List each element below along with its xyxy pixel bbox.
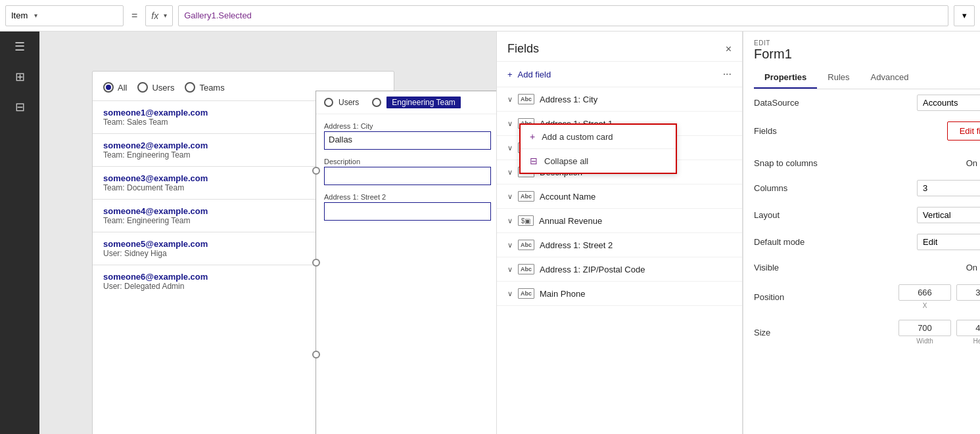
field-street2-value[interactable] <box>324 202 491 221</box>
properties-section: Snap to columns On Columns 3 ▾ Layout <box>743 148 980 363</box>
snap-control: On <box>966 156 980 169</box>
columns-value: 3 <box>923 183 927 193</box>
size-h-wrap: Height <box>956 320 980 345</box>
add-field-icon: + <box>507 70 513 79</box>
field-item[interactable]: ∨ Abc Address 1: City <box>497 87 742 112</box>
collapse-all-item[interactable]: ⊟ Collapse all <box>521 149 676 173</box>
canvas-area: All Users Teams someone1@example.com Tea… <box>39 32 496 434</box>
radio-users-outer <box>137 82 148 93</box>
layout-value: Vertical <box>923 210 951 220</box>
layout-select[interactable]: Vertical ▾ <box>917 207 980 223</box>
size-row: Size Width Height <box>754 320 980 345</box>
list-item-email-4: someone4@example.com <box>103 206 208 216</box>
form-card-header: Users Engineering Team <box>316 91 499 114</box>
resize-handle-left[interactable] <box>312 167 320 175</box>
field-chevron-icon: ∨ <box>507 217 513 225</box>
default-mode-value: Edit <box>923 237 937 247</box>
field-city-label: Address 1: City <box>324 122 491 130</box>
form-name: Form1 <box>754 47 792 62</box>
field-city-value[interactable]: Dallas <box>324 131 491 150</box>
fx-button[interactable]: fx ▾ <box>145 5 173 26</box>
default-mode-select[interactable]: Edit ▾ <box>917 234 980 250</box>
formula-input[interactable]: Gallery1.Selected <box>178 5 948 26</box>
form-radio-users-outer <box>324 98 333 107</box>
add-field-label: Add field <box>518 70 551 79</box>
field-type-abc-icon: Abc <box>518 288 534 299</box>
datasource-row: DataSource Accounts ▾ <box>743 89 980 116</box>
tab-advanced[interactable]: Advanced <box>860 67 920 89</box>
radio-teams[interactable]: Teams <box>185 82 224 93</box>
position-y-input[interactable] <box>956 284 980 301</box>
dropdown-menu: + Add a custom card ⊟ Collapse all <box>519 123 677 174</box>
fields-title: Fields <box>507 42 539 56</box>
formula-text: Gallery1.Selected <box>184 11 252 20</box>
item-label: Item <box>11 11 28 20</box>
size-h-label: Height <box>973 337 980 345</box>
right-panel-top: EDIT Form1 ? Properties Rules Advanced <box>743 32 980 89</box>
left-sidebar: ☰ ⊞ ⊟ <box>0 32 39 434</box>
field-item[interactable]: ∨ Abc Address 1: Street 2 <box>497 233 742 257</box>
edit-fields-button[interactable]: Edit fields <box>947 121 980 141</box>
form-card-body: Address 1: City Dallas Description Addre… <box>316 114 499 236</box>
size-height-input[interactable] <box>956 320 980 336</box>
list-item-team-4: Team: Engineering Team <box>103 216 208 225</box>
radio-all-label: All <box>118 83 127 93</box>
field-chevron-icon: ∨ <box>507 241 513 250</box>
hamburger-icon[interactable]: ☰ <box>14 39 25 54</box>
default-mode-label: Default mode <box>754 237 805 247</box>
item-dropdown[interactable]: Item ▾ <box>5 5 124 26</box>
field-item[interactable]: ∨ $▣ Annual Revenue <box>497 209 742 233</box>
tab-properties[interactable]: Properties <box>754 67 817 89</box>
edit-section: EDIT Form1 <box>754 39 792 67</box>
list-item-text-6: someone6@example.com User: Delegated Adm… <box>103 272 208 291</box>
components-icon[interactable]: ⊟ <box>15 100 25 114</box>
layers-icon[interactable]: ⊞ <box>15 70 25 84</box>
chevron-down-icon: ▾ <box>962 11 967 20</box>
radio-all[interactable]: All <box>103 82 127 93</box>
main-area: All Users Teams someone1@example.com Tea… <box>39 32 980 434</box>
tab-rules[interactable]: Rules <box>817 67 860 89</box>
tab-properties-label: Properties <box>764 72 806 82</box>
form-card-radio: Users <box>324 98 359 107</box>
list-item-email-6: someone6@example.com <box>103 272 208 282</box>
list-item-text-1: someone1@example.com Team: Sales Team <box>103 108 208 127</box>
field-description-value[interactable] <box>324 167 491 185</box>
close-button[interactable]: × <box>726 43 732 55</box>
visible-row: Visible On <box>754 261 980 274</box>
radio-all-inner <box>106 85 111 90</box>
radio-teams-label: Teams <box>199 83 224 93</box>
radio-all-outer <box>103 82 114 93</box>
field-item[interactable]: ∨ Abc Main Phone <box>497 282 742 306</box>
form-radio-t-outer <box>372 98 381 107</box>
fields-row: Fields Edit fields <box>743 119 980 148</box>
field-name: Main Phone <box>540 289 585 299</box>
field-chevron-icon: ∨ <box>507 192 513 201</box>
snap-label: Snap to columns <box>754 158 818 168</box>
field-item[interactable]: ∨ Abc Address 1: ZIP/Postal Code <box>497 257 742 282</box>
radio-users[interactable]: Users <box>137 82 174 93</box>
field-name: Address 1: City <box>540 95 597 104</box>
edit-fields-label: Edit fields <box>960 126 980 136</box>
tab-rules-label: Rules <box>828 72 849 82</box>
resize-handle-left3[interactable] <box>312 351 320 358</box>
size-inputs: Width Height <box>898 320 980 345</box>
add-custom-card-item[interactable]: + Add a custom card <box>521 125 676 148</box>
datasource-select[interactable]: Accounts ▾ <box>917 95 980 111</box>
list-item-email-2: someone2@example.com <box>103 141 208 150</box>
radio-teams-outer <box>185 82 195 93</box>
list-item-text-3: someone3@example.com Team: Document Team <box>103 173 208 192</box>
size-width-input[interactable] <box>898 320 951 336</box>
more-options-button[interactable]: ··· <box>723 68 732 80</box>
field-name: Address 1: ZIP/Postal Code <box>540 265 645 274</box>
field-chevron-icon: ∨ <box>507 119 513 128</box>
plus-icon: + <box>530 131 535 142</box>
right-panel: EDIT Form1 ? Properties Rules Advanced <box>743 32 980 434</box>
position-x-input[interactable] <box>898 284 951 301</box>
columns-select[interactable]: 3 ▾ <box>917 180 980 196</box>
fx-icon: fx <box>151 11 158 21</box>
formula-more-btn[interactable]: ▾ <box>954 5 975 26</box>
resize-handle-left2[interactable] <box>312 259 320 267</box>
add-field-row[interactable]: + Add field ··· <box>497 62 742 87</box>
field-type-abc-icon: Abc <box>518 240 534 250</box>
field-item[interactable]: ∨ Abc Account Name <box>497 184 742 209</box>
